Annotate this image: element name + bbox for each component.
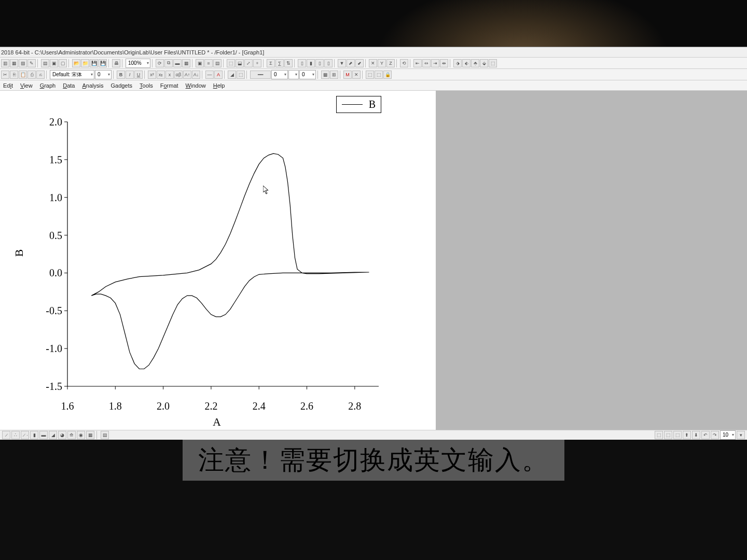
zoom-combo[interactable]: 100% (126, 59, 150, 68)
underline-icon[interactable]: U (134, 71, 143, 79)
line-plot-icon[interactable]: ⟋ (2, 431, 10, 439)
line-sample-icon[interactable]: ━━ (250, 71, 271, 79)
line-color-icon[interactable]: ⬚ (237, 71, 245, 79)
cut-icon[interactable]: ✂ (1, 71, 9, 79)
linewidth-combo[interactable]: 0 (271, 70, 288, 79)
menu-window[interactable]: Window (186, 82, 206, 89)
font-combo[interactable]: Default: 宋体 (50, 70, 94, 79)
wizard-dropdown-icon[interactable]: ✎ (27, 59, 36, 67)
legend[interactable]: B (336, 96, 381, 113)
gridlines-icon[interactable]: ⊞ (330, 71, 338, 79)
antialias-icon[interactable]: ⬚ (366, 71, 374, 79)
duplicate-icon[interactable]: ⧉ (164, 59, 173, 67)
subscript-icon[interactable]: x₂ (157, 71, 165, 79)
surface-plot-icon[interactable]: ▦ (86, 431, 94, 439)
bar-plot-icon[interactable]: ▬ (39, 431, 48, 439)
unmask-mode-icon[interactable]: ✕ (352, 71, 361, 79)
lock-icon[interactable]: 🔒 (383, 71, 392, 79)
pattern-icon[interactable]: ▩ (321, 71, 329, 79)
align-spread-icon[interactable]: ⇹ (440, 59, 448, 67)
menu-help[interactable]: Help (213, 82, 225, 89)
add-legend-icon[interactable]: ▤ (213, 59, 222, 67)
menu-data[interactable]: Data (63, 82, 75, 89)
z-icon[interactable]: Z (386, 59, 395, 67)
new-workbook-icon[interactable]: ▦ (10, 59, 18, 67)
add-text-icon[interactable]: ≡ (204, 59, 213, 67)
new-layout-icon[interactable]: ▢ (59, 59, 67, 67)
refresh-icon[interactable]: ⟳ (156, 59, 164, 67)
add-axis-icon[interactable]: + (253, 59, 261, 67)
copy-icon[interactable]: ⎘ (10, 71, 18, 79)
area-plot-icon[interactable]: ◢ (49, 431, 57, 439)
paste-icon[interactable]: 📋 (19, 71, 27, 79)
bar-stats-icon[interactable]: ▮ (307, 59, 315, 67)
digitizer-icon[interactable]: ⬙ (480, 59, 488, 67)
line-style-icon[interactable]: — (205, 71, 214, 79)
open-icon[interactable]: 📂 (72, 59, 80, 67)
layer-tool-icon[interactable]: ▣ (196, 59, 204, 67)
data-highlight-icon[interactable]: ⬘ (471, 59, 479, 67)
template-library-icon[interactable]: ▤ (101, 431, 109, 439)
increase-font-icon[interactable]: A↑ (183, 71, 191, 79)
options-icon[interactable]: ⬚ (489, 59, 497, 67)
linescatter-plot-icon[interactable]: ⟋· (21, 431, 29, 439)
supersub-icon[interactable]: x (165, 71, 174, 79)
col-stats-icon[interactable]: ▯ (298, 59, 306, 67)
bottom-dropdown-icon[interactable]: ▾ (737, 431, 745, 439)
menu-tools[interactable]: Tools (140, 82, 153, 89)
decrease-font-icon[interactable]: A↓ (192, 71, 200, 79)
menu-gadgets[interactable]: Gadgets (110, 82, 132, 89)
new-excel-icon[interactable]: ▤ (41, 59, 49, 67)
ungroup-icon[interactable]: ⬚ (673, 431, 682, 439)
recalc-icon[interactable]: ⟲ (400, 59, 408, 67)
extract-layers-icon[interactable]: ⬚ (227, 59, 235, 67)
fontsize-combo[interactable]: 0 (95, 70, 112, 79)
menu-graph[interactable]: Graph (40, 82, 56, 89)
font-color-icon[interactable]: A (214, 71, 223, 79)
linestyle-combo[interactable] (288, 70, 299, 79)
x-icon[interactable]: ✕ (369, 59, 377, 67)
italic-icon[interactable]: I (126, 71, 134, 79)
menu-edit[interactable]: Edit (3, 82, 13, 89)
menu-format[interactable]: Format (160, 82, 178, 89)
rescale-icon[interactable]: ⤢ (244, 59, 253, 67)
switch-graph-icon[interactable]: ⬖ (462, 59, 471, 67)
series-line[interactable] (91, 153, 369, 369)
sort-asc-icon[interactable]: ⇅ (284, 59, 293, 67)
pie-plot-icon[interactable]: ◕ (58, 431, 66, 439)
bottom-num-combo[interactable]: 10 (720, 430, 736, 440)
rotate-right-icon[interactable]: ↷ (711, 431, 719, 439)
y-icon[interactable]: Y (378, 59, 386, 67)
switch-book-icon[interactable]: ⬗ (453, 59, 462, 67)
3dline-plot-icon[interactable]: ⟰ (67, 431, 76, 439)
mask-mode-icon[interactable]: M (343, 71, 352, 79)
box-icon[interactable]: ▯ (324, 59, 333, 67)
bold-icon[interactable]: B (117, 71, 125, 79)
x-axis-label[interactable]: A (213, 415, 221, 429)
new-matrix-icon[interactable]: ▧ (19, 59, 27, 67)
merge-icon[interactable]: ⬓ (236, 59, 244, 67)
save-icon[interactable]: 💾 (90, 59, 98, 67)
column-plot-icon[interactable]: ▮ (30, 431, 38, 439)
graph-window[interactable]: B -1.5-1.0-0.50.00.51.01.52.0 1.61.82.02… (0, 91, 436, 440)
object-edit-icon[interactable]: ⬚ (655, 431, 663, 439)
window-titlebar[interactable]: 2018 64-bit - C:\Users\Administrator\Doc… (0, 47, 747, 58)
transparent-icon[interactable]: ⬚ (375, 71, 383, 79)
polar-plot-icon[interactable]: ◉ (77, 431, 85, 439)
menu-view[interactable]: View (20, 82, 33, 89)
new-project-icon[interactable]: ▥ (1, 59, 9, 67)
code-builder-icon[interactable]: ▦ (182, 59, 190, 67)
menu-analysis[interactable]: Analysis (82, 82, 103, 89)
plot-area[interactable]: B -1.5-1.0-0.50.00.51.01.52.0 1.61.82.02… (16, 101, 410, 423)
superscript-icon[interactable]: x² (148, 71, 156, 79)
new-color-icon[interactable]: ▬ (173, 59, 182, 67)
align-center-icon[interactable]: ⇔ (422, 59, 431, 67)
mask-icon[interactable]: ⬈ (347, 59, 355, 67)
plot-svg[interactable] (16, 101, 410, 423)
template-icon[interactable]: 📁 (81, 59, 89, 67)
print-icon[interactable]: 🖶 (112, 59, 120, 67)
unmask-icon[interactable]: ⬋ (355, 59, 364, 67)
align-left-icon[interactable]: ⇤ (413, 59, 422, 67)
new-graph-icon[interactable]: ▣ (50, 59, 58, 67)
align-right-icon[interactable]: ⇥ (431, 59, 439, 67)
